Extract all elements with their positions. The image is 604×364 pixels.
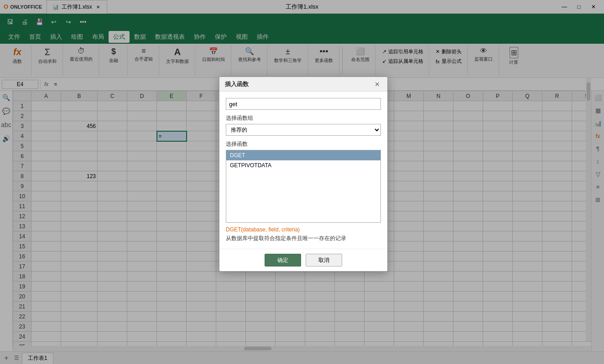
insert-function-dialog: 插入函数 ✕ 选择函数组 推荐的 全部 数据库 日期和时间 工程 金融 信息 逻… — [219, 77, 388, 272]
function-desc-text: 从数据库中提取符合指定条件且唯一一存在的记录 — [226, 235, 381, 242]
function-select-label: 选择函数 — [226, 140, 381, 148]
function-search-input[interactable] — [226, 98, 381, 110]
modal-title: 插入函数 — [225, 80, 249, 88]
modal-ok-btn[interactable]: 确定 — [265, 254, 301, 267]
modal-overlay: 插入函数 ✕ 选择函数组 推荐的 全部 数据库 日期和时间 工程 金融 信息 逻… — [0, 0, 604, 364]
modal-cancel-btn[interactable]: 取消 — [306, 254, 342, 267]
modal-body: 选择函数组 推荐的 全部 数据库 日期和时间 工程 金融 信息 逻辑 选择函数 … — [219, 92, 387, 249]
modal-footer: 确定 取消 — [219, 249, 387, 271]
function-item-dget[interactable]: DGET — [226, 150, 380, 160]
function-signature: DGET(database, field, criteria) — [226, 226, 381, 233]
modal-header: 插入函数 ✕ — [219, 77, 387, 92]
group-select-label: 选择函数组 — [226, 114, 381, 122]
function-item-getpivotdata[interactable]: GETPIVOTDATA — [226, 160, 380, 170]
function-description: DGET(database, field, criteria) 从数据库中提取符… — [226, 226, 381, 242]
function-group-select[interactable]: 推荐的 全部 数据库 日期和时间 工程 金融 信息 逻辑 — [226, 124, 381, 136]
function-list: DGET GETPIVOTDATA — [226, 150, 381, 223]
modal-close-btn[interactable]: ✕ — [373, 80, 382, 89]
